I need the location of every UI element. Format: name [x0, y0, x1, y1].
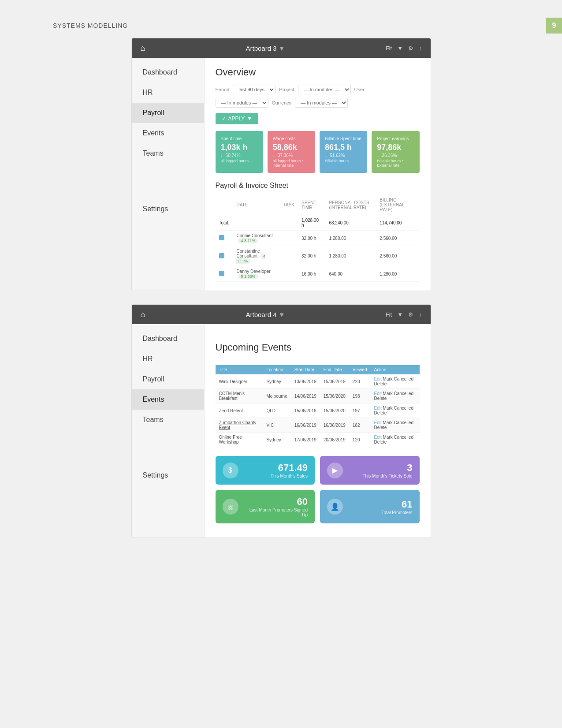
event-row: Walk Designer Sydney 13/06/2019 15/06/20… — [216, 374, 420, 389]
sidebar-item-settings-2[interactable]: Settings — [132, 465, 204, 485]
sidebar-2: Dashboard HR Payroll Events Teams Settin… — [132, 324, 205, 538]
event-actions-4: Edit Mark Cancelled Delete — [370, 418, 419, 433]
event-viewed-5: 120 — [349, 433, 371, 447]
cancel-link-4[interactable]: Mark Cancelled — [383, 420, 413, 425]
event-row: Zend Relent QLD 15/06/2019 15/06/2020 19… — [216, 403, 420, 418]
gear-icon-2[interactable]: ⚙ — [408, 311, 413, 318]
sidebar-item-payroll-2[interactable]: Payroll — [132, 369, 204, 389]
filter-currency[interactable]: — In modules — — [295, 98, 348, 108]
stat-sublabel-1: all logged hours — [221, 159, 258, 163]
total-task-cell — [280, 215, 298, 231]
fit-label-2[interactable]: Fit — [386, 311, 392, 318]
filter-project[interactable]: — In modules — — [298, 85, 351, 94]
sales-content: 671.49 This Month's Sales — [244, 462, 308, 478]
col-spent-time: SPENT TIME — [298, 195, 325, 215]
cancel-link-2[interactable]: Mark Cancelled — [383, 391, 413, 396]
fit-dropdown-1[interactable]: ▼ — [397, 45, 403, 52]
promoters-value: 60 — [297, 496, 308, 508]
col-task: TASK — [280, 195, 298, 215]
sidebar-item-teams-1[interactable]: Teams — [132, 143, 204, 164]
delete-link-5[interactable]: Delete — [374, 440, 387, 444]
sales-main: 671.49 This Month's Sales — [244, 462, 308, 478]
apply-button[interactable]: APPLY ▼ — [216, 113, 259, 124]
sidebar-item-settings-1[interactable]: Settings — [132, 199, 204, 219]
event-viewed-2: 193 — [349, 389, 371, 403]
filter-label-period: Period — [216, 87, 230, 92]
col-date: DATE — [233, 195, 279, 215]
sidebar-item-dashboard-2[interactable]: Dashboard — [132, 329, 204, 349]
export-icon-2[interactable]: ↑ — [419, 311, 422, 318]
summary-row-1: $ 671.49 This Month's Sales ▶ 3 This Mon… — [216, 456, 420, 485]
topbar-controls-1: Fit ▼ ⚙ ↑ — [386, 45, 422, 52]
sidebar-item-hr-2[interactable]: HR — [132, 349, 204, 369]
sidebar-item-payroll-1[interactable]: Payroll — [132, 103, 204, 123]
total-costs-cell: 68,240.00 — [325, 215, 376, 231]
event-title-1: Walk Designer — [216, 374, 263, 389]
event-end-2: 15/06/2020 — [320, 389, 349, 403]
sidebar-item-hr-1[interactable]: HR — [132, 82, 204, 103]
export-icon-1[interactable]: ↑ — [419, 45, 422, 52]
edit-link-5[interactable]: Edit — [374, 435, 381, 440]
events-table: Title Location Start Date End Date Viewe… — [216, 365, 420, 447]
delete-link-3[interactable]: Delete — [374, 411, 387, 415]
artboard-title-2: Artboard 4 ▼ — [246, 311, 285, 318]
event-start-3: 15/06/2019 — [291, 403, 320, 418]
sidebar-item-dashboard-1[interactable]: Dashboard — [132, 62, 204, 82]
tickets-icon: ▶ — [327, 463, 343, 478]
sidebar-1: Dashboard HR Payroll Events Teams Settin… — [132, 58, 205, 291]
event-title-3: Zend Relent — [216, 403, 263, 418]
stat-value-2: 58,86k — [273, 143, 310, 152]
filter-bar: Period last 90 days Project — In modules… — [216, 85, 420, 108]
delete-link-1[interactable]: Delete — [374, 381, 387, 386]
sidebar-item-events-1[interactable]: Events — [132, 123, 204, 143]
delete-link-2[interactable]: Delete — [374, 396, 387, 401]
apply-dropdown-icon: ▼ — [247, 116, 252, 122]
event-title-4: Zumbathon Charity Event — [216, 418, 263, 433]
col-personal-costs: PERSONAL COSTS (INTERNAL RATE) — [325, 195, 376, 215]
fit-label-1[interactable]: Fit — [386, 45, 392, 52]
row2-billing: 2,560.00 — [376, 246, 419, 266]
sales-icon: $ — [223, 463, 238, 478]
row1-spent: 32.00 h — [298, 231, 325, 246]
tickets-value: 3 — [407, 462, 412, 474]
row1-check[interactable] — [216, 231, 233, 246]
col-billing: BILLING (EXTERNAL RATE) — [376, 195, 419, 215]
cancel-link-3[interactable]: Mark Cancelled — [383, 406, 413, 411]
stat-sublabel-4: Billable hours * External rate — [377, 159, 414, 168]
content-area-2: Upcoming Events Title Location Start Dat… — [205, 324, 431, 538]
promoters-content: 60 Last Month Promoters Signed Up — [244, 496, 308, 517]
home-icon-2[interactable]: ⌂ — [141, 310, 145, 319]
delete-link-4[interactable]: Delete — [374, 425, 387, 430]
cancel-link-5[interactable]: Mark Cancelled — [383, 435, 413, 440]
row2-check[interactable] — [216, 246, 233, 266]
topbar-1: ⌂ Artboard 3 ▼ Fit ▼ ⚙ ↑ — [132, 38, 431, 58]
row1-costs: 1,280.00 — [325, 231, 376, 246]
edit-link-1[interactable]: Edit — [374, 377, 381, 381]
edit-link-4[interactable]: Edit — [374, 420, 381, 425]
row3-costs: 640.00 — [325, 266, 376, 282]
sidebar-item-events-2[interactable]: Events — [132, 389, 204, 410]
filter-user[interactable]: — In modules — — [216, 98, 268, 108]
row1-task — [280, 231, 298, 246]
event-location-2: Melbourne — [263, 389, 290, 403]
stat-change-2: ↓ -37.36% — [273, 153, 310, 158]
sidebar-item-teams-2[interactable]: Teams — [132, 410, 204, 430]
stat-label-4: Project earnings — [377, 136, 414, 141]
content-area-1: Overview Period last 90 days Project — I… — [205, 58, 431, 291]
event-row: COTM Men's Breakfast Melbourne 14/06/201… — [216, 389, 420, 403]
total-promoters-value: 61 — [402, 499, 412, 510]
fit-dropdown-2[interactable]: ▼ — [397, 311, 403, 318]
home-icon[interactable]: ⌂ — [141, 44, 145, 53]
filter-period[interactable]: last 90 days — [233, 85, 275, 94]
row3-check[interactable] — [216, 266, 233, 282]
page-title: SYSTEMS MODELLING — [0, 0, 562, 38]
edit-link-2[interactable]: Edit — [374, 391, 381, 396]
edit-link-3[interactable]: Edit — [374, 406, 381, 411]
event-actions-5: Edit Mark Cancelled Delete — [370, 433, 419, 447]
event-end-1: 15/06/2019 — [320, 374, 349, 389]
topbar-controls-2: Fit ▼ ⚙ ↑ — [386, 311, 422, 318]
event-start-1: 13/06/2019 — [291, 374, 320, 389]
event-end-5: 20/06/2019 — [320, 433, 349, 447]
cancel-link-1[interactable]: Mark Cancelled — [383, 377, 413, 381]
gear-icon-1[interactable]: ⚙ — [408, 45, 413, 52]
